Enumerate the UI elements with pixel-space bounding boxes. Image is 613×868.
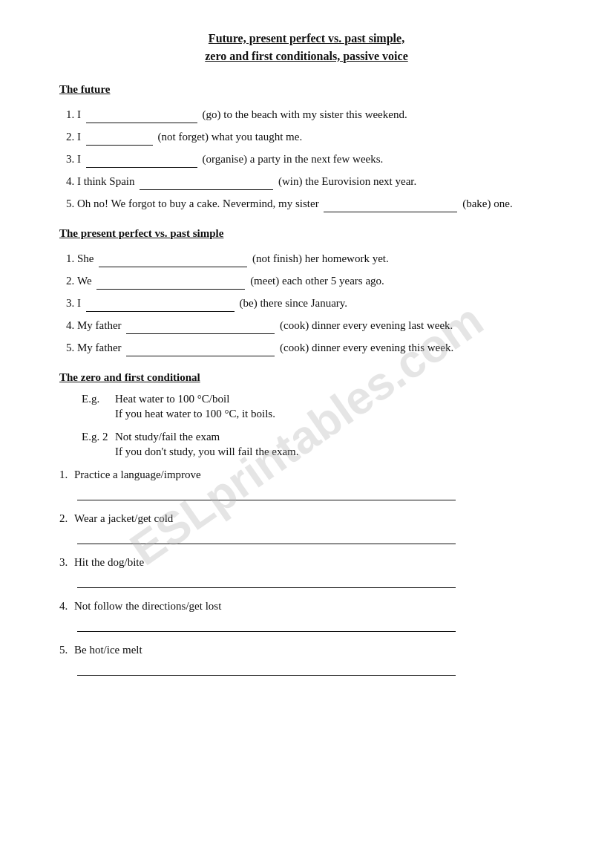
cond-text: Wear a jacket/get cold: [74, 512, 173, 525]
main-title: Future, present perfect vs. past simple,…: [59, 30, 554, 65]
eg2-label: E.g. 2: [82, 431, 115, 443]
section-future: The future I (go) to the beach with my s…: [59, 83, 554, 212]
eg2-prompt: Not study/fail the exam: [115, 431, 220, 443]
list-item: We (meet) each other 5 years ago.: [77, 271, 554, 290]
blank: [140, 172, 273, 190]
blank: [86, 149, 197, 168]
blank: [99, 249, 247, 267]
cond-item-2: 2. Wear a jacket/get cold: [59, 512, 554, 544]
cond-number: 3.: [59, 556, 74, 569]
future-list: I (go) to the beach with my sister this …: [77, 105, 554, 212]
cond-item-4: 4. Not follow the directions/get lost: [59, 600, 554, 632]
answer-line: [77, 487, 456, 500]
answer-line: [77, 575, 456, 588]
section-present-perfect: The present perfect vs. past simple She …: [59, 227, 554, 356]
cond-text: Hit the dog/bite: [74, 556, 144, 569]
blank: [324, 194, 457, 212]
blank: [86, 105, 197, 123]
conditional-items: 1. Practice a language/improve 2. Wear a…: [59, 469, 554, 676]
cond-number: 2.: [59, 512, 74, 525]
answer-line: [77, 662, 456, 676]
cond-item-1: 1. Practice a language/improve: [59, 469, 554, 500]
section-future-title: The future: [59, 83, 554, 96]
cond-number: 1.: [59, 469, 74, 481]
list-item: I (go) to the beach with my sister this …: [77, 105, 554, 123]
blank: [126, 338, 275, 356]
list-item: My father (cook) dinner every evening th…: [77, 338, 554, 356]
eg1-prompt: Heat water to 100 °C/boil: [115, 393, 229, 405]
cond-number: 5.: [59, 644, 74, 656]
example-2-block: E.g. 2 Not study/fail the exam If you do…: [82, 431, 554, 458]
example-2-answer-line: If you don't study, you will fail the ex…: [82, 446, 554, 458]
cond-text: Not follow the directions/get lost: [74, 600, 221, 613]
list-item: I (not forget) what you taught me.: [77, 127, 554, 146]
cond-item-5: 5. Be hot/ice melt: [59, 644, 554, 676]
list-item: My father (cook) dinner every evening la…: [77, 316, 554, 334]
example-1-prompt-line: E.g. Heat water to 100 °C/boil: [82, 393, 554, 405]
page: ESLprintables.com Future, present perfec…: [0, 0, 613, 868]
blank: [86, 293, 235, 312]
section-conditional-title: The zero and first conditional: [59, 371, 554, 384]
eg1-answer: If you heat water to 100 °C, it boils.: [115, 408, 275, 420]
example-1-answer-line: If you heat water to 100 °C, it boils.: [82, 408, 554, 420]
section-present-perfect-title: The present perfect vs. past simple: [59, 227, 554, 240]
list-item: I (organise) a party in the next few wee…: [77, 149, 554, 168]
example-2-prompt-line: E.g. 2 Not study/fail the exam: [82, 431, 554, 443]
example-1-block: E.g. Heat water to 100 °C/boil If you he…: [82, 393, 554, 420]
answer-line: [77, 531, 456, 544]
list-item: I (be) there since January.: [77, 293, 554, 312]
present-perfect-list: She (not finish) her homework yet. We (m…: [77, 249, 554, 356]
list-item: She (not finish) her homework yet.: [77, 249, 554, 267]
cond-text: Be hot/ice melt: [74, 644, 142, 656]
answer-line: [77, 619, 456, 632]
blank: [86, 127, 153, 146]
cond-number: 4.: [59, 600, 74, 613]
cond-item-3: 3. Hit the dog/bite: [59, 556, 554, 588]
eg2-answer: If you don't study, you will fail the ex…: [115, 446, 299, 458]
section-conditional: The zero and first conditional E.g. Heat…: [59, 371, 554, 676]
list-item: I think Spain (win) the Eurovision next …: [77, 172, 554, 190]
list-item: Oh no! We forgot to buy a cake. Nevermin…: [77, 194, 554, 212]
eg1-spacer: [82, 408, 115, 420]
eg1-label: E.g.: [82, 393, 115, 405]
eg2-spacer: [82, 446, 115, 458]
blank: [126, 316, 275, 334]
blank: [96, 271, 245, 290]
cond-text: Practice a language/improve: [74, 469, 201, 481]
